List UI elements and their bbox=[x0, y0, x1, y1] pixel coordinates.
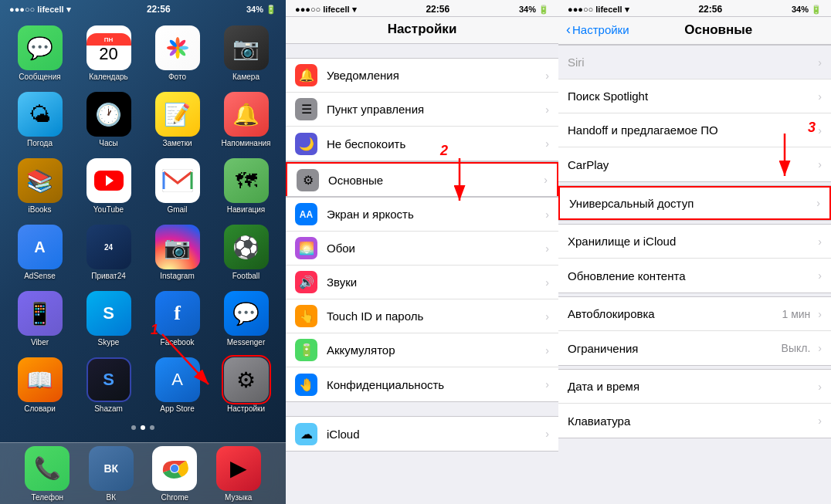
annotation-arrow-1 bbox=[154, 326, 232, 404]
chevron-privacy: › bbox=[545, 378, 549, 391]
app-shazam[interactable]: S Shazam bbox=[80, 357, 137, 413]
app-gmail[interactable]: Gmail bbox=[148, 158, 206, 214]
settings-label-display: Экран и яркость bbox=[327, 208, 542, 221]
dock-vk[interactable]: ВК ВК bbox=[89, 446, 134, 502]
settings-label-keyboard: Клавиатура bbox=[568, 414, 815, 428]
settings-row-dnd[interactable]: 🌙 Не беспокоить › bbox=[286, 127, 558, 161]
app-instagram[interactable]: 📷 Instagram bbox=[148, 225, 206, 280]
time-2: 22:56 bbox=[426, 4, 449, 15]
settings-row-sounds[interactable]: 🔊 Звуки › bbox=[286, 266, 558, 299]
annotation-number-2: 2 bbox=[440, 143, 448, 159]
svg-rect-9 bbox=[162, 169, 193, 192]
carrier-1: ●●●○○ lifecell ▾ bbox=[9, 5, 71, 15]
battery-2: 34% 🔋 bbox=[519, 5, 549, 15]
settings-value-restrict: Выкл. bbox=[782, 342, 811, 354]
chevron-keyboard: › bbox=[818, 414, 822, 427]
dot-3 bbox=[150, 425, 154, 430]
app-football[interactable]: ⚽ Football bbox=[217, 225, 275, 280]
settings-row-autolock[interactable]: Автоблокировка 1 мин › bbox=[558, 297, 831, 331]
back-button[interactable]: ‹ Настройки bbox=[566, 22, 629, 38]
settings-row-control[interactable]: ☰ Пункт управления › bbox=[286, 93, 558, 127]
settings-row-icloud[interactable]: ☁ iCloud › bbox=[286, 417, 558, 451]
settings-group-3: ☁ iCloud › bbox=[286, 416, 558, 452]
dock-phone[interactable]: 📞 Телефон bbox=[25, 446, 70, 502]
settings-row-datetime[interactable]: Дата и время › bbox=[558, 370, 831, 404]
dock-music[interactable]: ▶ Музыка bbox=[216, 446, 261, 502]
phone1-homescreen: ●●●○○ lifecell ▾ 22:56 34% 🔋 💬 Сообщения… bbox=[0, 0, 286, 504]
section-sep-2 bbox=[286, 402, 558, 416]
app-label-photos: Фото bbox=[168, 73, 186, 81]
chevron-carplay: › bbox=[818, 158, 822, 171]
app-label-privat24: Приват24 bbox=[91, 272, 126, 280]
chevron-notifications: › bbox=[545, 69, 549, 82]
settings-label-general: Основные bbox=[328, 174, 541, 187]
general-group-3: Автоблокировка 1 мин › Ограничения Выкл.… bbox=[558, 296, 831, 366]
app-icon-img-photos bbox=[155, 25, 200, 70]
settings-row-bgupdate[interactable]: Обновление контента › bbox=[558, 259, 831, 293]
settings-row-touchid[interactable]: 👆 Touch ID и пароль › bbox=[286, 299, 558, 333]
app-label-messenger: Messenger bbox=[227, 338, 265, 347]
dock-chrome[interactable]: Chrome bbox=[152, 446, 197, 502]
annotation-number-1: 1 bbox=[151, 322, 158, 338]
settings-label-touchid: Touch ID и пароль bbox=[327, 310, 542, 323]
app-label-youtube: YouTube bbox=[93, 205, 124, 214]
app-label-settings: Настройки bbox=[227, 404, 265, 413]
app-adsense[interactable]: A AdSense bbox=[11, 225, 69, 280]
app-label-appstore: App Store bbox=[160, 404, 194, 413]
app-label-viber: Viber bbox=[31, 338, 49, 347]
app-ibooks[interactable]: 📚 iBooks bbox=[11, 158, 69, 214]
app-privat24[interactable]: 24 Приват24 bbox=[80, 225, 137, 280]
settings-row-siri[interactable]: Siri › bbox=[558, 46, 831, 79]
settings-row-battery[interactable]: 🔋 Аккумулятор › bbox=[286, 333, 558, 367]
settings-row-spotlight[interactable]: Поиск Spotlight › bbox=[558, 79, 831, 113]
app-calendar[interactable]: ПН 20 Календарь bbox=[80, 25, 137, 81]
svg-line-17 bbox=[162, 334, 209, 384]
app-label-football: Football bbox=[232, 272, 260, 280]
settings-label-restrict: Ограничения bbox=[568, 342, 782, 355]
app-photos[interactable]: Фото bbox=[148, 25, 206, 81]
app-slovari[interactable]: 📖 Словари bbox=[11, 357, 69, 413]
app-camera[interactable]: 📷 Камера bbox=[217, 25, 275, 81]
app-reminders[interactable]: 🔔 Напоминания bbox=[217, 92, 275, 147]
app-clock[interactable]: 🕐 Часы bbox=[80, 92, 137, 147]
app-label-messages: Сообщения bbox=[19, 73, 60, 81]
settings-icon-dnd: 🌙 bbox=[295, 133, 317, 155]
settings-row-restrict[interactable]: Ограничения Выкл. › bbox=[558, 331, 831, 365]
app-notes[interactable]: 📝 Заметки bbox=[148, 92, 206, 147]
general-group-4: Дата и время › Клавиатура › bbox=[558, 369, 831, 438]
status-bar-1: ●●●○○ lifecell ▾ 22:56 34% 🔋 bbox=[0, 0, 286, 16]
settings-label-storage: Хранилище и iCloud bbox=[568, 235, 815, 248]
settings-row-keyboard[interactable]: Клавиатура › bbox=[558, 404, 831, 438]
app-icon-img-skype: S bbox=[86, 291, 131, 336]
settings-row-privacy[interactable]: 🤚 Конфиденциальность › bbox=[286, 367, 558, 401]
settings-label-icloud: iCloud bbox=[327, 428, 542, 441]
app-skype[interactable]: S Skype bbox=[80, 291, 137, 347]
app-icon-img-camera: 📷 bbox=[224, 25, 269, 70]
app-maps[interactable]: 🗺 Навигация bbox=[217, 158, 275, 214]
app-icon-img-slovari: 📖 bbox=[18, 357, 63, 402]
dock-music-label: Музыка bbox=[225, 493, 252, 502]
carrier-3: ●●●○○ lifecell ▾ bbox=[568, 5, 629, 15]
settings-label-universal: Универсальный доступ bbox=[569, 197, 813, 210]
settings-row-notifications[interactable]: 🔔 Уведомления › bbox=[286, 59, 558, 93]
annotation-arrow-2 bbox=[448, 154, 494, 216]
app-icon-img-clock: 🕐 bbox=[86, 92, 131, 137]
dock: 📞 Телефон ВК ВК Chr bbox=[0, 442, 286, 504]
app-weather[interactable]: 🌤 Погода bbox=[11, 92, 69, 147]
settings-label-siri: Siri bbox=[568, 56, 815, 69]
chevron-storage: › bbox=[818, 235, 822, 248]
app-messages[interactable]: 💬 Сообщения bbox=[11, 25, 69, 81]
settings-row-wallpaper[interactable]: 🌅 Обои › bbox=[286, 232, 558, 266]
settings-row-storage[interactable]: Хранилище и iCloud › bbox=[558, 225, 831, 259]
app-icon-img-adsense: A bbox=[18, 225, 63, 269]
settings-row-general[interactable]: ⚙ Основные › bbox=[286, 162, 558, 196]
app-label-gmail: Gmail bbox=[167, 205, 187, 214]
app-viber[interactable]: 📱 Viber bbox=[11, 291, 69, 347]
settings-row-display[interactable]: AA Экран и яркость › bbox=[286, 198, 558, 232]
dock-chrome-label: Chrome bbox=[161, 493, 188, 502]
chevron-battery: › bbox=[545, 344, 549, 357]
back-chevron: ‹ bbox=[566, 22, 571, 38]
settings-header: Настройки bbox=[286, 17, 558, 44]
app-youtube[interactable]: YouTube bbox=[80, 158, 137, 214]
app-icon-img-football: ⚽ bbox=[224, 225, 269, 269]
